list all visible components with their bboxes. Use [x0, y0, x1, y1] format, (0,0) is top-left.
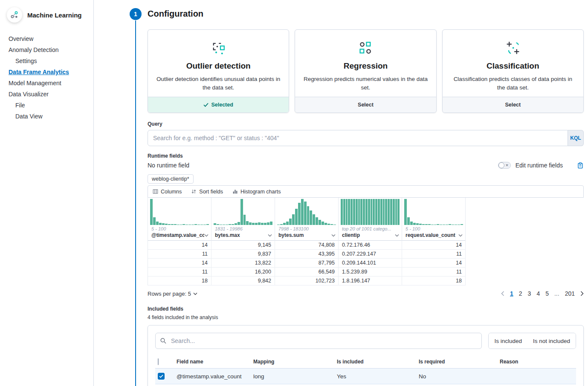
- fields-table-header: Field name Mapping Is included Is requir…: [155, 355, 576, 369]
- column-header-field-name: Field name: [174, 359, 251, 365]
- runtime-fields-label: Runtime fields: [148, 153, 584, 159]
- card-title: Regression: [303, 61, 428, 71]
- page-button-1[interactable]: 1: [510, 290, 513, 297]
- column-header-reason: Reason: [497, 359, 576, 365]
- card-body: Classification Classification predicts c…: [443, 30, 583, 97]
- grid-cell[interactable]: 11: [402, 268, 466, 277]
- sidebar-item-data-visualizer[interactable]: Data Visualizer: [9, 89, 93, 100]
- regression-icon: [303, 38, 428, 58]
- histogram-charts-button[interactable]: Histogram charts: [232, 189, 281, 195]
- outlier-detection-selected-button[interactable]: Selected: [148, 97, 289, 112]
- rows-per-page-label: Rows per page: 5: [148, 291, 191, 297]
- grid-cell[interactable]: 0.209.144.101: [339, 259, 402, 268]
- column-header-clientip: top 20 of 1001 catego... clientip: [339, 198, 402, 241]
- card-classification[interactable]: Classification Classification predicts c…: [442, 29, 584, 113]
- chevron-right-icon[interactable]: [580, 291, 584, 296]
- grid-cell[interactable]: 14: [402, 241, 466, 250]
- grid-cell[interactable]: 102,723: [275, 277, 339, 285]
- app-header: Machine Learning: [0, 0, 93, 30]
- sidebar-item-data-view[interactable]: Data View: [9, 111, 93, 122]
- column-name: clientip: [342, 232, 395, 238]
- grid-cell[interactable]: 0.207.229.147: [339, 250, 402, 259]
- regression-select-button[interactable]: Select: [295, 97, 436, 112]
- histogram-icon: [232, 189, 238, 194]
- grid-cell[interactable]: 1.8.196.147: [339, 277, 402, 285]
- fields-search: [155, 333, 482, 349]
- grid-cell[interactable]: 11: [148, 250, 211, 259]
- columns-button-label: Columns: [161, 189, 182, 195]
- grid-cell[interactable]: 1.5.239.89: [339, 268, 402, 277]
- chevron-down-icon: [458, 234, 463, 237]
- card-body: Regression Regression predicts numerical…: [295, 30, 436, 97]
- classification-select-button[interactable]: Select: [443, 97, 583, 112]
- grid-cell[interactable]: 16,200: [211, 268, 275, 277]
- rows-per-page-button[interactable]: Rows per page: 5: [148, 291, 197, 297]
- sidebar-item-model-management[interactable]: Model Management: [9, 78, 93, 89]
- column-header-button[interactable]: bytes.max: [211, 231, 275, 241]
- columns-button[interactable]: Columns: [153, 189, 182, 195]
- page-button-5[interactable]: 5: [545, 290, 549, 297]
- copy-icon[interactable]: [577, 162, 584, 169]
- sort-fields-button[interactable]: Sort fields: [191, 189, 223, 195]
- column-name: bytes.sum: [278, 232, 331, 238]
- grid-cell[interactable]: 9,145: [211, 241, 275, 250]
- grid-cell[interactable]: 9,837: [211, 250, 275, 259]
- card-outlier-detection[interactable]: Outlier detection Outlier detection iden…: [148, 29, 289, 113]
- field-name-cell: @timestamp.value_count: [174, 373, 251, 380]
- card-regression[interactable]: Regression Regression predicts numerical…: [295, 29, 436, 113]
- fields-search-input[interactable]: [155, 333, 482, 349]
- page-button-last[interactable]: 201: [565, 290, 575, 297]
- query-input[interactable]: [148, 130, 568, 146]
- table-row: bytes.max long Yes No: [155, 384, 576, 386]
- grid-cell[interactable]: 74,808: [275, 241, 339, 250]
- grid-cell[interactable]: 14: [148, 259, 211, 268]
- column-header-button[interactable]: request.value_count: [402, 231, 465, 241]
- sidebar-item-anomaly-detection[interactable]: Anomaly Detection: [9, 44, 93, 55]
- sidebar-item-settings[interactable]: Settings: [9, 55, 93, 66]
- grid-cell[interactable]: 11: [402, 250, 466, 259]
- configuration-step: Configuration Outlier detection: [148, 0, 584, 386]
- sort-icon: [191, 189, 197, 194]
- query-language-button[interactable]: KQL: [568, 130, 584, 146]
- mapping-cell: long: [251, 373, 334, 380]
- fields-table: Field name Mapping Is included Is requir…: [155, 355, 576, 386]
- sidebar-item-data-frame-analytics[interactable]: Data Frame Analytics: [9, 66, 93, 78]
- grid-cell[interactable]: 9,842: [211, 277, 275, 285]
- chevron-down-icon: [204, 234, 209, 237]
- card-footer-label: Select: [358, 102, 374, 108]
- grid-toolbar: Columns Sort fields Histogram charts: [148, 185, 584, 198]
- page-button-2[interactable]: 2: [519, 290, 522, 297]
- toggle-thumb: [498, 162, 504, 168]
- grid-cell[interactable]: 13,822: [211, 259, 275, 268]
- sidebar-item-overview[interactable]: Overview: [9, 33, 93, 44]
- is-included-filter-button[interactable]: Is included: [489, 333, 527, 349]
- page-button-3[interactable]: 3: [528, 290, 531, 297]
- grid-cell[interactable]: 14: [148, 241, 211, 250]
- grid-cell[interactable]: 66,549: [275, 268, 339, 277]
- card-description: Outlier detection identifies unusual dat…: [156, 75, 281, 92]
- grid-cell[interactable]: 18: [148, 277, 211, 285]
- edit-runtime-fields-toggle[interactable]: ✕: [498, 162, 511, 169]
- grid-cell[interactable]: 87,795: [275, 259, 339, 268]
- grid-cell[interactable]: 43,395: [275, 250, 339, 259]
- column-range-label: 5 - 100: [148, 225, 211, 231]
- select-all-checkbox[interactable]: [158, 358, 159, 365]
- grid-cell[interactable]: 11: [148, 268, 211, 277]
- column-header-button[interactable]: clientip: [339, 231, 402, 241]
- grid-cell[interactable]: 14: [402, 259, 466, 268]
- column-header-button[interactable]: bytes.sum: [275, 231, 338, 241]
- is-not-included-filter-button[interactable]: Is not included: [527, 333, 576, 349]
- card-footer-label: Select: [505, 102, 521, 108]
- histogram-chart: [148, 198, 211, 225]
- column-header-button[interactable]: @timestamp.value_cou: [148, 231, 211, 241]
- job-type-cards: Outlier detection Outlier detection iden…: [148, 29, 584, 113]
- card-description: Classification predicts classes of data …: [450, 75, 576, 92]
- page-button-4[interactable]: 4: [536, 290, 540, 297]
- grid-cell[interactable]: 0.72.176.46: [339, 241, 402, 250]
- sidebar-item-file[interactable]: File: [9, 100, 93, 111]
- chevron-down-icon: [268, 234, 272, 237]
- chevron-left-icon[interactable]: [501, 291, 504, 296]
- row-checkbox[interactable]: [158, 373, 165, 380]
- grid-cell[interactable]: 18: [402, 277, 466, 285]
- sidebar-nav: Overview Anomaly Detection Settings Data…: [0, 30, 93, 122]
